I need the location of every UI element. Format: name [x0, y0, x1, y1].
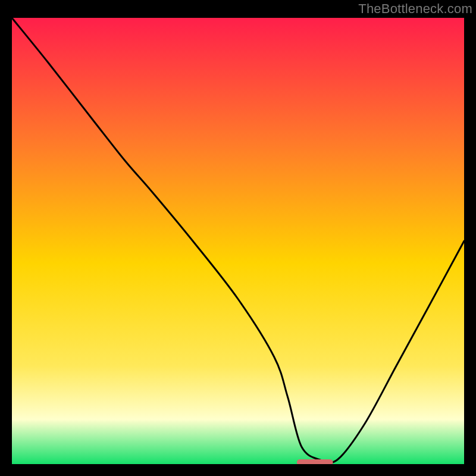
plot-area: [12, 18, 464, 464]
watermark-text: TheBottleneck.com: [358, 1, 472, 17]
gradient-background: [12, 18, 464, 464]
optimal-marker: [297, 459, 333, 464]
chart-frame: TheBottleneck.com: [0, 0, 476, 476]
chart-svg: [12, 18, 464, 464]
